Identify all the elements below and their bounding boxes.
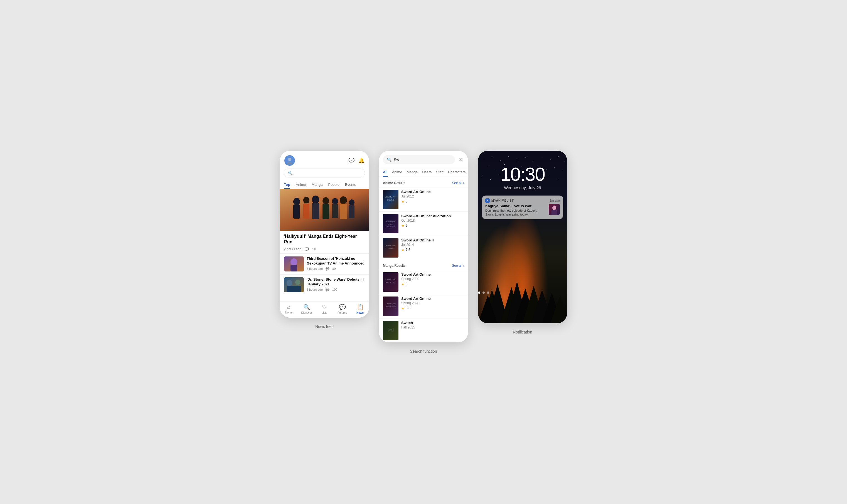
- news-feed-screen-wrapper: 💬 🔔 🔍 Top Anime Manga People Events: [280, 151, 369, 329]
- lock-inner: 10:30 Wednesday, July 29 M MYANIMELIST 3…: [478, 151, 567, 323]
- svg-point-87: [552, 205, 556, 210]
- notification-header: M MYANIMELIST 3m ago: [485, 198, 560, 203]
- avatar[interactable]: [284, 155, 295, 166]
- lock-time: 10:30: [500, 165, 545, 184]
- star-icon: ★: [401, 199, 405, 203]
- hero-title: 'Haikyuu!!' Manga Ends Eight-Year Run: [284, 234, 365, 245]
- nav-home-label: Home: [285, 311, 293, 314]
- tab-users[interactable]: Users: [422, 167, 431, 177]
- news-item-2[interactable]: 'Dr. Stone: Stone Wars' Debuts in Januar…: [280, 274, 369, 295]
- anime-section-title: Anime Results: [383, 181, 405, 185]
- search-tabs: All Anime Manga Users Staff Characters: [379, 167, 468, 177]
- tab-staff[interactable]: Staff: [436, 167, 443, 177]
- tab-all[interactable]: All: [383, 167, 388, 177]
- anime-info-3: Sword Art Online II Jul 2014 ★ 7.5: [401, 238, 464, 257]
- manga-result-3[interactable]: Switch Switch Fall 2015: [379, 318, 468, 342]
- svg-text:SWORD ART: SWORD ART: [385, 196, 397, 198]
- notification-app-name: MYANIMELIST: [491, 199, 514, 202]
- manga-result-1[interactable]: SWORD ART PROGRESSIVE Sword Art Online S…: [379, 270, 468, 294]
- anime-info-2: Sword Art Online: Alicization Oct 2018 ★…: [401, 214, 464, 233]
- svg-text:Switch: Switch: [388, 329, 394, 331]
- hero-comment-count: 50: [312, 247, 316, 251]
- tab-manga[interactable]: Manga: [407, 167, 418, 177]
- news-content-2: 'Dr. Stone: Stone Wars' Debuts in Januar…: [307, 277, 365, 292]
- trees-layer: [478, 237, 567, 323]
- news-comment-count-2: 100: [332, 288, 337, 291]
- tab-anime[interactable]: Anime: [296, 180, 306, 189]
- notification-body: Kaguya-Sama: Love is War Don't miss the …: [485, 204, 560, 217]
- nav-home[interactable]: ⌂ Home: [280, 304, 298, 314]
- dot-1: [478, 291, 480, 294]
- lock-screen-wrapper: 10:30 Wednesday, July 29 M MYANIMELIST 3…: [478, 151, 567, 334]
- nav-forums[interactable]: 💬 Forums: [333, 304, 351, 314]
- star-icon: ★: [401, 282, 405, 286]
- news-icon: 📋: [357, 304, 364, 310]
- search-query-text: Sw: [394, 158, 399, 162]
- search-phone: 🔍 Sw ✕ All Anime Manga Users Staff Chara…: [379, 151, 468, 342]
- anime-result-1[interactable]: SWORD ART ONLINE Sword Art Online Jul 20…: [379, 187, 468, 211]
- lock-notification[interactable]: M MYANIMELIST 3m ago Kaguya-Sama: Love i…: [482, 196, 563, 219]
- hero-meta: 2 hours ago 💬 50: [280, 246, 369, 253]
- manga-title-3: Switch: [401, 321, 464, 325]
- tab-top[interactable]: Top: [284, 180, 290, 189]
- screens-container: 💬 🔔 🔍 Top Anime Manga People Events: [280, 151, 567, 354]
- manga-rating-2: ★ 8.5: [401, 306, 464, 310]
- anime-title-2: Sword Art Online: Alicization: [401, 214, 464, 218]
- notification-bell-icon[interactable]: 🔔: [358, 158, 365, 164]
- dot-2: [482, 291, 485, 294]
- anime-result-3[interactable]: SWORD ART ONLINE II Sword Art Online II …: [379, 236, 468, 260]
- nav-news[interactable]: 📋 News: [351, 304, 369, 314]
- lock-phone: 10:30 Wednesday, July 29 M MYANIMELIST 3…: [478, 151, 567, 323]
- manga-thumb-1: SWORD ART PROGRESSIVE: [383, 272, 399, 292]
- anime-see-all[interactable]: See all ›: [452, 181, 464, 185]
- home-icon: ⌂: [287, 304, 290, 310]
- manga-info-2: Sword Art Online Spring 2020 ★ 8.5: [401, 296, 464, 316]
- manga-title-1: Sword Art Online: [401, 272, 464, 276]
- search-results-body: Anime Results See all › SWORD ART: [379, 177, 468, 342]
- manga-sub-1: Spring 2020: [401, 277, 464, 281]
- svg-text:ONLINE II: ONLINE II: [387, 247, 394, 249]
- news-thumb-2: [284, 277, 304, 292]
- manga-sub-2: Spring 2020: [401, 301, 464, 305]
- anime-sub-3: Jul 2014: [401, 243, 464, 247]
- nav-discover[interactable]: 🔍 Discover: [298, 304, 316, 314]
- tab-manga[interactable]: Manga: [312, 180, 323, 189]
- manga-see-all[interactable]: See all ›: [452, 264, 464, 268]
- anime-rating-1: ★ 8: [401, 199, 464, 203]
- search-icon: 🔍: [288, 171, 293, 175]
- mal-app-icon: M: [485, 198, 490, 203]
- svg-rect-20: [290, 265, 297, 271]
- anime-result-2[interactable]: SWORD ART ONLINE ALICIZATION Sword Art O…: [379, 211, 468, 236]
- search-input-bar[interactable]: 🔍 Sw: [383, 155, 455, 164]
- tab-characters[interactable]: Characters: [448, 167, 466, 177]
- tab-anime[interactable]: Anime: [392, 167, 402, 177]
- svg-text:ONLINE: ONLINE: [387, 199, 394, 200]
- notification-desc: Don't miss the new episode of Kaguya-Sam…: [485, 209, 546, 217]
- hero-comment-icon: 💬: [305, 247, 309, 251]
- news-comment-count-1: 30: [332, 267, 336, 270]
- nav-discover-label: Discover: [301, 311, 312, 314]
- manga-thumb-3: Switch: [383, 321, 399, 340]
- news-content-1: Third Season of 'Honzuki no Gekokujou' T…: [307, 256, 365, 271]
- close-search-button[interactable]: ✕: [458, 156, 464, 164]
- search-bar[interactable]: 🔍: [284, 168, 365, 178]
- news-time-1: 5 hours ago: [307, 267, 323, 270]
- dot-3: [487, 291, 489, 294]
- svg-point-22: [287, 280, 292, 286]
- news-title-1: Third Season of 'Honzuki no Gekokujou' T…: [307, 256, 365, 266]
- news-item-1[interactable]: Third Season of 'Honzuki no Gekokujou' T…: [280, 253, 369, 274]
- hero-title-area[interactable]: 'Haikyuu!!' Manga Ends Eight-Year Run: [280, 231, 369, 247]
- nav-lists[interactable]: ♡ Lists: [316, 304, 333, 314]
- svg-text:PROGRESSIVE: PROGRESSIVE: [386, 282, 396, 283]
- anime-thumb-2: SWORD ART ONLINE ALICIZATION: [383, 214, 399, 233]
- manga-result-2[interactable]: SWORD ART PROGRESSIVE Sword Art Online S…: [379, 294, 468, 318]
- anime-title-3: Sword Art Online II: [401, 238, 464, 242]
- hero-image[interactable]: [280, 189, 369, 231]
- anime-title-1: Sword Art Online: [401, 190, 464, 194]
- chat-icon[interactable]: 💬: [348, 158, 354, 164]
- tab-events[interactable]: Events: [345, 180, 356, 189]
- news-feed-phone: 💬 🔔 🔍 Top Anime Manga People Events: [280, 151, 369, 318]
- forums-icon: 💬: [339, 304, 346, 310]
- tab-people[interactable]: People: [328, 180, 339, 189]
- svg-text:ONLINE: ONLINE: [388, 223, 394, 225]
